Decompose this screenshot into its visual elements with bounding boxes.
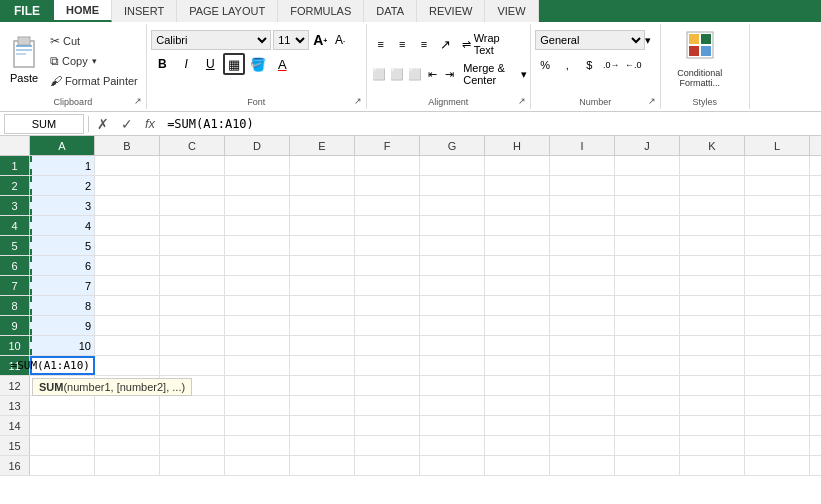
cell-E10[interactable] xyxy=(290,336,355,355)
col-header-d[interactable]: D xyxy=(225,136,290,155)
cancel-formula-button[interactable]: ✗ xyxy=(93,114,113,134)
cell-K10[interactable] xyxy=(680,336,745,355)
tab-review[interactable]: REVIEW xyxy=(417,0,485,22)
percent-button[interactable]: % xyxy=(535,55,555,75)
clipboard-expander[interactable]: ↗ xyxy=(132,95,144,107)
col-header-g[interactable]: G xyxy=(420,136,485,155)
row-header-8[interactable]: 8 xyxy=(0,296,30,315)
tab-insert[interactable]: INSERT xyxy=(112,0,177,22)
cell-H2[interactable] xyxy=(485,176,550,195)
cell-F6[interactable] xyxy=(355,256,420,275)
cell-H1[interactable] xyxy=(485,156,550,175)
cell-E6[interactable] xyxy=(290,256,355,275)
cell-I2[interactable] xyxy=(550,176,615,195)
cell-J10[interactable] xyxy=(615,336,680,355)
cell-F15[interactable] xyxy=(355,436,420,455)
tab-formulas[interactable]: FORMULAS xyxy=(278,0,364,22)
cell-I3[interactable] xyxy=(550,196,615,215)
cell-K11[interactable] xyxy=(680,356,745,375)
merge-center-button[interactable]: Merge & Center ▾ xyxy=(459,60,531,88)
cell-D12[interactable] xyxy=(225,376,290,395)
cell-L15[interactable] xyxy=(745,436,810,455)
cell-I10[interactable] xyxy=(550,336,615,355)
number-format-select[interactable]: General xyxy=(535,30,645,50)
cell-L14[interactable] xyxy=(745,416,810,435)
align-top-left-button[interactable]: ≡ xyxy=(371,34,391,54)
increase-font-size-button[interactable]: A+ xyxy=(311,30,329,50)
row-header-9[interactable]: 9 xyxy=(0,316,30,335)
orientation-button[interactable]: ↗ xyxy=(436,34,456,54)
cell-F8[interactable] xyxy=(355,296,420,315)
cell-A6[interactable]: 6 xyxy=(30,256,95,275)
formula-input[interactable] xyxy=(163,114,817,134)
merge-center-dropdown[interactable]: ▾ xyxy=(521,68,527,81)
cell-G13[interactable] xyxy=(420,396,485,415)
cell-G14[interactable] xyxy=(420,416,485,435)
col-header-j[interactable]: J xyxy=(615,136,680,155)
cell-A4[interactable]: 4 xyxy=(30,216,95,235)
row-header-13[interactable]: 13 xyxy=(0,396,30,415)
cell-B8[interactable] xyxy=(95,296,160,315)
row-header-12[interactable]: 12 xyxy=(0,376,30,395)
cell-J3[interactable] xyxy=(615,196,680,215)
cell-C7[interactable] xyxy=(160,276,225,295)
cell-C10[interactable] xyxy=(160,336,225,355)
cell-I15[interactable] xyxy=(550,436,615,455)
cell-F16[interactable] xyxy=(355,456,420,475)
cell-E12[interactable] xyxy=(290,376,355,395)
col-header-b[interactable]: B xyxy=(95,136,160,155)
cell-K12[interactable] xyxy=(680,376,745,395)
cell-G3[interactable] xyxy=(420,196,485,215)
cell-B2[interactable] xyxy=(95,176,160,195)
decrease-font-size-button[interactable]: A- xyxy=(331,30,349,50)
row-header-6[interactable]: 6 xyxy=(0,256,30,275)
col-header-c[interactable]: C xyxy=(160,136,225,155)
cell-L4[interactable] xyxy=(745,216,810,235)
cell-E8[interactable] xyxy=(290,296,355,315)
cell-F14[interactable] xyxy=(355,416,420,435)
conditional-formatting-button[interactable]: ConditionalFormatti... xyxy=(665,28,735,90)
cell-L3[interactable] xyxy=(745,196,810,215)
cell-H13[interactable] xyxy=(485,396,550,415)
cell-G15[interactable] xyxy=(420,436,485,455)
cell-B3[interactable] xyxy=(95,196,160,215)
cell-E11[interactable] xyxy=(290,356,355,375)
cell-K2[interactable] xyxy=(680,176,745,195)
col-header-e[interactable]: E xyxy=(290,136,355,155)
cell-G10[interactable] xyxy=(420,336,485,355)
col-header-f[interactable]: F xyxy=(355,136,420,155)
cell-G2[interactable] xyxy=(420,176,485,195)
cell-J5[interactable] xyxy=(615,236,680,255)
cell-G4[interactable] xyxy=(420,216,485,235)
cell-K7[interactable] xyxy=(680,276,745,295)
underline-button[interactable]: U xyxy=(199,53,221,75)
cell-L7[interactable] xyxy=(745,276,810,295)
cell-B10[interactable] xyxy=(95,336,160,355)
row-header-15[interactable]: 15 xyxy=(0,436,30,455)
cell-L8[interactable] xyxy=(745,296,810,315)
cell-G12[interactable] xyxy=(420,376,485,395)
format-painter-button[interactable]: 🖌 Format Painter xyxy=(46,72,142,90)
row-header-1[interactable]: 1 xyxy=(0,156,30,175)
cell-K1[interactable] xyxy=(680,156,745,175)
cell-K4[interactable] xyxy=(680,216,745,235)
cell-A2[interactable]: 2 xyxy=(30,176,95,195)
cell-F11[interactable] xyxy=(355,356,420,375)
cell-K8[interactable] xyxy=(680,296,745,315)
cell-F13[interactable] xyxy=(355,396,420,415)
cell-B14[interactable] xyxy=(95,416,160,435)
cell-L6[interactable] xyxy=(745,256,810,275)
cell-C13[interactable] xyxy=(160,396,225,415)
cell-J7[interactable] xyxy=(615,276,680,295)
cell-C4[interactable] xyxy=(160,216,225,235)
cell-L10[interactable] xyxy=(745,336,810,355)
tab-page-layout[interactable]: PAGE LAYOUT xyxy=(177,0,278,22)
cell-J6[interactable] xyxy=(615,256,680,275)
currency-button[interactable]: $ xyxy=(579,55,599,75)
paste-button[interactable]: Paste xyxy=(4,28,44,86)
cell-H14[interactable] xyxy=(485,416,550,435)
cell-C5[interactable] xyxy=(160,236,225,255)
cell-J8[interactable] xyxy=(615,296,680,315)
cell-K3[interactable] xyxy=(680,196,745,215)
cell-B6[interactable] xyxy=(95,256,160,275)
